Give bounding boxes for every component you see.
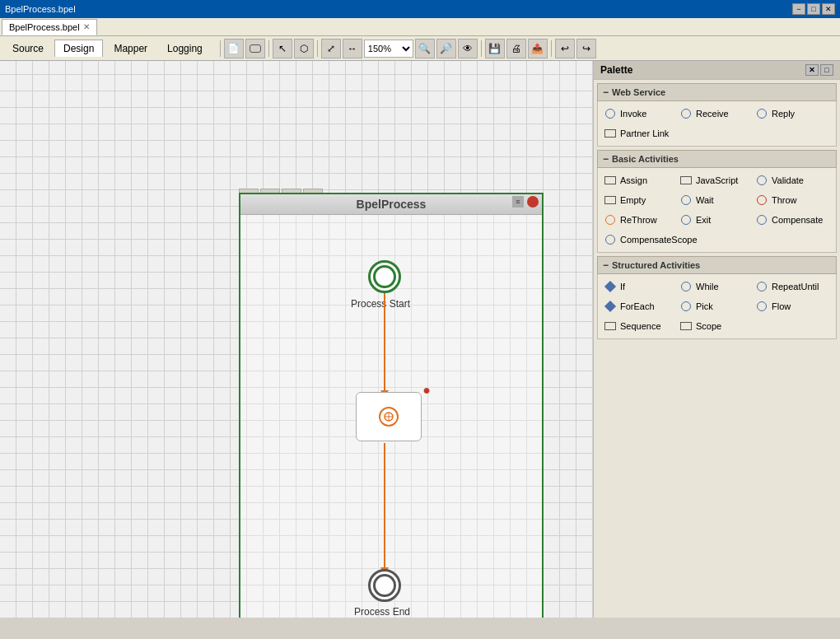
activity-icon	[379, 407, 399, 427]
mapper-nav-tab[interactable]: Mapper	[105, 40, 156, 57]
sequence-label: Sequence	[620, 321, 661, 331]
compensate-label: Compensate	[772, 215, 823, 225]
palette-expand-button[interactable]: □	[820, 64, 833, 76]
process-close-button[interactable]	[527, 196, 539, 208]
palette-item-sequence[interactable]: Sequence	[600, 317, 674, 335]
process-title: BpelProcess	[357, 198, 427, 211]
save-icon: 💾	[488, 43, 501, 54]
palette-section-header-web-service[interactable]: Web Service	[597, 83, 837, 101]
maximize-button[interactable]: □	[807, 3, 820, 15]
palette-item-repeat-until[interactable]: RepeatUntil	[751, 278, 825, 296]
source-nav-tab[interactable]: Source	[3, 40, 53, 57]
connector-activity-to-end	[384, 443, 385, 571]
fit-width-button[interactable]: ↔	[343, 39, 362, 58]
palette-item-throw[interactable]: Throw	[751, 191, 825, 209]
palette-section-structured-activities: Structured Activities If While	[597, 256, 837, 339]
canvas-grid: ☰ ⊕ ⊗ ✦ BpelProcess ≡ Process Start	[0, 61, 593, 618]
zoom-in-icon: 🔍	[418, 43, 431, 54]
invoke-label: Invoke	[620, 109, 646, 119]
zoom-select[interactable]: 150% 100% 75% 50% 200%	[364, 40, 413, 58]
undo-icon: ↩	[561, 43, 569, 54]
start-node[interactable]	[368, 260, 401, 293]
activity-node[interactable]: ●	[356, 392, 422, 441]
palette-content: Web Service Invoke Receive	[594, 80, 840, 618]
close-button[interactable]: ✕	[822, 3, 835, 15]
palette-item-javascript[interactable]: JavaScript	[675, 171, 749, 189]
select-button[interactable]: ↖	[273, 39, 292, 58]
palette-section-web-service: Web Service Invoke Receive	[597, 83, 837, 147]
process-expand-button[interactable]: ≡	[512, 196, 524, 208]
end-node[interactable]	[368, 569, 401, 602]
undo-button[interactable]: ↩	[555, 39, 575, 58]
rounded-rect-button[interactable]	[245, 39, 265, 58]
web-service-section-label: Web Service	[612, 87, 665, 97]
logging-nav-tab[interactable]: Logging	[158, 40, 212, 57]
palette-item-scope[interactable]: Scope	[675, 317, 749, 335]
repeat-until-icon	[755, 280, 768, 293]
design-nav-tab[interactable]: Design	[54, 40, 103, 57]
palette-title-bar: Palette ✕ □	[594, 61, 840, 80]
empty-icon	[604, 194, 617, 207]
zoom-out-icon: 🔎	[440, 43, 452, 54]
palette-item-wait[interactable]: Wait	[675, 191, 749, 209]
fit-page-button[interactable]: ⤢	[321, 39, 341, 58]
palette-item-exit[interactable]: Exit	[675, 211, 749, 229]
export-icon: 📤	[531, 43, 544, 54]
view-nav-tabs: Source Design Mapper Logging	[3, 40, 213, 57]
exit-label: Exit	[696, 215, 711, 225]
palette-item-compensate-scope[interactable]: CompensateScope	[600, 231, 702, 249]
palette-title: Palette	[600, 64, 632, 76]
while-label: While	[696, 282, 719, 292]
export-button[interactable]: 📤	[528, 39, 548, 58]
exit-icon	[679, 213, 693, 226]
palette-item-rethrow[interactable]: ReThrow	[600, 211, 674, 229]
palette-item-empty[interactable]: Empty	[600, 191, 674, 209]
fit-page-icon: ⤢	[327, 43, 335, 54]
rethrow-icon	[604, 213, 617, 226]
palette-item-invoke[interactable]: Invoke	[600, 105, 674, 123]
binoculars-button[interactable]: 👁	[458, 39, 478, 58]
palette-section-header-basic-activities[interactable]: Basic Activities	[597, 150, 837, 168]
palette-close-button[interactable]: ✕	[805, 64, 819, 76]
toolbar-separator-2	[268, 40, 269, 57]
palette-section-basic-activities: Basic Activities Assign JavaScript	[597, 150, 837, 253]
print-icon: 🖨	[511, 43, 521, 54]
zoom-in-button[interactable]: 🔍	[415, 39, 435, 58]
palette-items-web-service: Invoke Receive Reply	[597, 101, 837, 147]
canvas-area[interactable]: ☰ ⊕ ⊗ ✦ BpelProcess ≡ Process Start	[0, 61, 593, 618]
palette-section-header-structured-activities[interactable]: Structured Activities	[597, 256, 837, 274]
zoom-out-button[interactable]: 🔎	[436, 39, 456, 58]
toolbar-separator-4	[481, 40, 482, 57]
file-tab-bpel[interactable]: BpelProcess.bpel ✕	[2, 19, 97, 35]
palette-item-receive[interactable]: Receive	[675, 105, 749, 123]
save-button[interactable]: 💾	[485, 39, 505, 58]
sequence-icon	[604, 320, 617, 333]
compensate-scope-icon	[604, 233, 617, 246]
palette-item-if[interactable]: If	[600, 278, 674, 296]
window-title: BpelProcess.bpel	[5, 4, 76, 14]
palette-item-flow[interactable]: Flow	[751, 297, 825, 315]
file-tab-close-icon[interactable]: ✕	[83, 22, 90, 31]
lasso-button[interactable]: ⬡	[294, 39, 314, 58]
palette-item-assign[interactable]: Assign	[600, 171, 674, 189]
palette-item-for-each[interactable]: ForEach	[600, 297, 674, 315]
redo-button[interactable]: ↪	[576, 39, 596, 58]
palette-item-partner-link[interactable]: Partner Link	[600, 124, 674, 142]
palette-title-buttons: ✕ □	[805, 64, 833, 76]
minimize-button[interactable]: −	[792, 3, 805, 15]
palette-item-validate[interactable]: Validate	[751, 171, 825, 189]
palette-item-pick[interactable]: Pick	[675, 297, 749, 315]
if-label: If	[620, 282, 625, 292]
print-button[interactable]: 🖨	[506, 39, 526, 58]
toolbar-separator-3	[317, 40, 318, 57]
new-doc-button[interactable]: 📄	[224, 39, 244, 58]
process-container: BpelProcess ≡ Process Start	[239, 193, 544, 618]
toolbar: Source Design Mapper Logging 📄 ↖ ⬡ ⤢ ↔ 1…	[0, 36, 840, 61]
palette-item-compensate[interactable]: Compensate	[751, 211, 827, 229]
palette-items-structured-activities: If While RepeatUntil	[597, 274, 837, 339]
palette-item-reply[interactable]: Reply	[751, 105, 825, 123]
partner-link-label: Partner Link	[620, 128, 669, 138]
palette-item-while[interactable]: While	[675, 278, 749, 296]
reply-label: Reply	[772, 109, 795, 119]
palette-items-basic-activities: Assign JavaScript Validate	[597, 168, 837, 253]
